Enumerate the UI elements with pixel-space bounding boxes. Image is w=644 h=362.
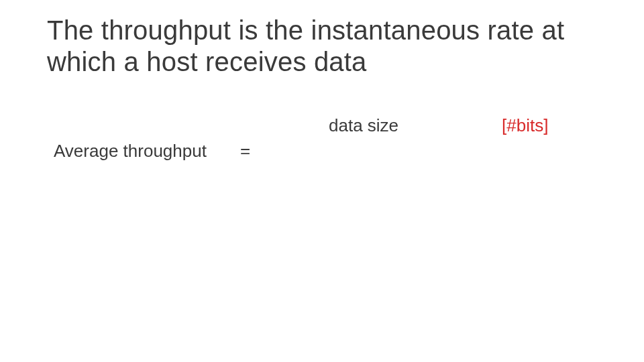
slide-title: The throughput is the instantaneous rate… [47,15,597,78]
formula-unit: [#bits] [502,115,548,136]
formula-numerator: data size [329,115,398,136]
slide: The throughput is the instantaneous rate… [0,0,644,362]
formula-lhs: Average throughput [54,141,207,162]
equals-sign: = [240,141,250,162]
